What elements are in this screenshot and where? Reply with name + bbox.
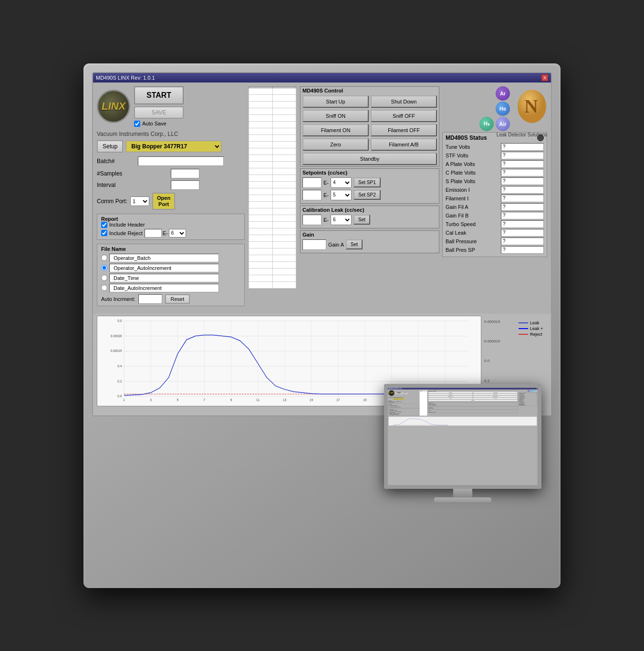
cal-exp-select[interactable]: 657 bbox=[331, 215, 352, 225]
status-value-10: ? bbox=[501, 229, 544, 237]
auto-increment-input[interactable]: 0014 bbox=[138, 294, 162, 304]
radio-date-autoincrement: Date_AutoIncrement bbox=[101, 284, 240, 292]
interval-input[interactable]: 0.5 bbox=[171, 180, 199, 190]
instrument-select[interactable]: Big Bopper 3477R17 bbox=[126, 141, 221, 152]
svg-text:9: 9 bbox=[230, 398, 232, 402]
start-up-button[interactable]: Start Up bbox=[302, 95, 369, 108]
include-reject-label: Include Reject bbox=[109, 230, 143, 236]
svg-text:15: 15 bbox=[310, 398, 313, 402]
status-row-5: Emission I ? bbox=[446, 186, 544, 194]
cal-leak-value-input[interactable]: 3.0 bbox=[302, 215, 322, 225]
close-button[interactable]: X bbox=[541, 74, 548, 81]
company-name: Vacuum Instruments Corp., LLC bbox=[97, 131, 245, 137]
window-title: MD490S LINX Rev: 1.0.1 bbox=[96, 75, 155, 81]
status-row-4: S Plate Volts ? bbox=[446, 177, 544, 185]
sniff-off-button[interactable]: Sniff OFF bbox=[371, 110, 437, 122]
svg-text:5: 5 bbox=[177, 398, 178, 402]
legend-leak-plus: Leak + bbox=[519, 326, 547, 331]
set-sp2-button[interactable]: Set SP2 bbox=[353, 190, 381, 200]
status-row-10: Cal Leak ? bbox=[446, 229, 544, 237]
table-row bbox=[249, 195, 296, 201]
sp2-value-input[interactable]: 4.5 bbox=[302, 190, 322, 200]
table-row bbox=[249, 121, 296, 128]
brand-area: Ar He H₂ Air bbox=[442, 86, 547, 129]
radio-date-autoincrement-input[interactable] bbox=[101, 285, 107, 291]
table-row bbox=[249, 201, 296, 208]
reject-value-area: 8.0 E- 678 bbox=[145, 229, 186, 238]
table-row bbox=[249, 248, 296, 255]
gain-box: Gain 105 Gain A Set bbox=[300, 230, 439, 253]
gain-label: Gain A bbox=[328, 242, 344, 248]
svg-text:19: 19 bbox=[363, 398, 367, 402]
status-label-1: STF Volts bbox=[446, 153, 488, 158]
filament-off-button[interactable]: Filament OFF bbox=[371, 124, 437, 136]
include-header-checkbox[interactable] bbox=[101, 222, 107, 228]
samples-input[interactable]: 25 bbox=[171, 169, 199, 178]
sniff-on-button[interactable]: Sniff ON bbox=[302, 110, 369, 122]
save-button[interactable]: SAVE bbox=[134, 106, 184, 119]
radio-operator-batch-input[interactable] bbox=[101, 255, 107, 261]
samples-interval: #Samples 25 Interval 0.5 bbox=[97, 169, 245, 190]
comm-port-label: Comm Port: bbox=[97, 198, 127, 205]
auto-save-checkbox[interactable] bbox=[134, 121, 140, 127]
table-row bbox=[249, 101, 296, 108]
gain-set-button[interactable]: Set bbox=[346, 239, 363, 249]
operator-batch-label: Operator_Batch bbox=[109, 254, 219, 262]
status-row-12: Ball Pres SP ? bbox=[446, 246, 544, 254]
md490-control-box: MD490S Control Start Up Shut Down Sniff … bbox=[300, 86, 439, 166]
standby-button[interactable]: Standby bbox=[302, 153, 437, 165]
comm-port-select[interactable]: 1 bbox=[130, 196, 149, 206]
status-row-6: Filament I ? bbox=[446, 195, 544, 202]
setup-button[interactable]: Setup bbox=[97, 140, 123, 153]
table-row bbox=[249, 141, 296, 148]
shut-down-button[interactable]: Shut Down bbox=[371, 95, 437, 108]
filament-ab-button[interactable]: Filament A/B bbox=[371, 138, 437, 151]
include-reject-checkbox[interactable] bbox=[101, 230, 107, 236]
filament-on-button[interactable]: Filament ON bbox=[302, 124, 369, 136]
cal-set-button[interactable]: Set bbox=[353, 215, 370, 225]
table-row bbox=[249, 128, 296, 134]
status-row-0: Tune Volts ? bbox=[446, 143, 544, 151]
legend-leak: Leak bbox=[519, 320, 547, 325]
reject-exp-select[interactable]: 678 bbox=[169, 229, 186, 238]
status-label-12: Ball Pres SP bbox=[446, 247, 488, 253]
header-row: LINX START SAVE Auto Save bbox=[97, 86, 245, 127]
table-row bbox=[249, 281, 296, 288]
monitor-stand bbox=[384, 489, 541, 502]
radio-operator-autoincrement: Operator_AutoIncrement bbox=[101, 264, 240, 272]
table-row bbox=[249, 261, 296, 268]
helium-bubble: He bbox=[496, 102, 510, 116]
sp2-exp-select[interactable]: 546 bbox=[331, 190, 352, 200]
reset-button[interactable]: Reset bbox=[165, 294, 190, 304]
status-value-3: ? bbox=[501, 169, 544, 176]
date-time-label: Date_Time bbox=[109, 274, 219, 282]
start-button[interactable]: START bbox=[134, 86, 184, 104]
svg-text:0.4: 0.4 bbox=[117, 364, 122, 368]
element-bubbles: Ar He H₂ Air bbox=[479, 86, 510, 131]
status-row-7: Gain Fil A ? bbox=[446, 203, 544, 211]
open-port-button[interactable]: OpenPort bbox=[152, 193, 175, 210]
batch-input[interactable] bbox=[138, 156, 224, 166]
report-title: Report bbox=[101, 216, 240, 222]
sp1-value-input[interactable]: 1.2 bbox=[302, 177, 322, 188]
zero-button[interactable]: Zero bbox=[302, 138, 369, 151]
cal-leak-row: 3.0 E- 657 Set bbox=[302, 215, 437, 225]
status-value-0: ? bbox=[501, 143, 544, 151]
batch-row: Batch# bbox=[97, 156, 245, 166]
gain-value-input[interactable]: 105 bbox=[302, 239, 326, 250]
set-sp1-button[interactable]: Set SP1 bbox=[353, 177, 381, 187]
radio-date-time-input[interactable] bbox=[101, 275, 107, 281]
legend-reject: Reject bbox=[519, 332, 547, 337]
status-value-2: ? bbox=[501, 160, 544, 168]
radio-operator-autoincrement-input[interactable] bbox=[101, 265, 107, 271]
status-label-10: Cal Leak bbox=[446, 230, 488, 236]
reject-value-input[interactable]: 8.0 bbox=[145, 229, 162, 238]
include-header-row: Include Header bbox=[101, 222, 240, 228]
sp1-exp-select[interactable]: 4567 bbox=[331, 177, 352, 188]
samples-label: #Samples bbox=[97, 170, 168, 177]
status-label-0: Tune Volts bbox=[446, 144, 488, 150]
status-value-9: ? bbox=[501, 220, 544, 228]
logo-text: LINX bbox=[102, 100, 125, 113]
svg-text:N: N bbox=[524, 95, 538, 117]
table-row bbox=[249, 208, 296, 215]
